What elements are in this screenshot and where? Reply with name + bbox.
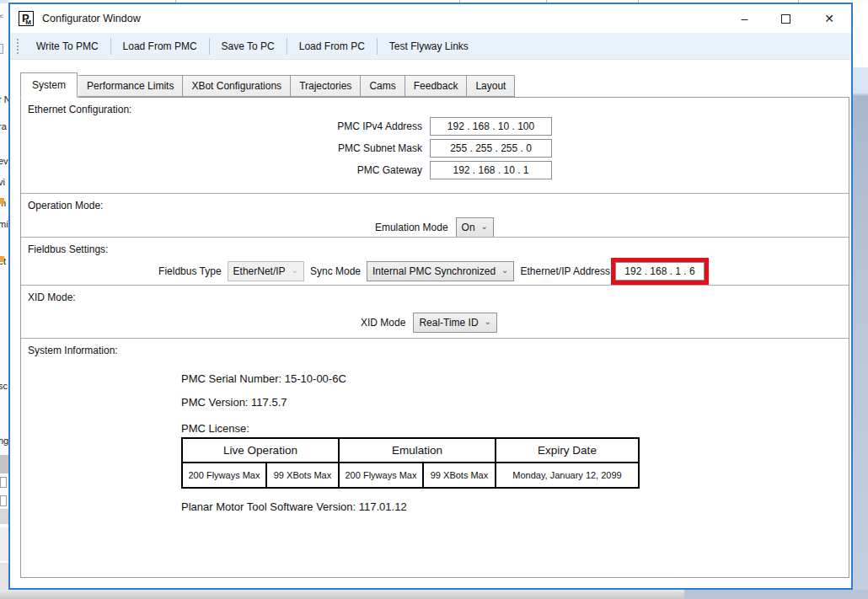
sync-mode-dropdown[interactable]: Internal PMC Synchronized ⌄ [367,261,514,281]
background-icon-fragment [0,198,4,204]
paste-icon [0,44,3,54]
pmc-ipv4-address-label: PMC IPv4 Address [337,120,422,132]
sync-mode-label: Sync Mode [310,265,361,277]
configurator-window: P M Configurator Window – ✕ Write To PMC… [8,3,853,590]
license-cell: 200 Flyways Max [339,463,423,488]
write-to-pmc-button[interactable]: Write To PMC [24,35,110,57]
fieldbus-settings-section: Fieldbus Settings: Fieldbus Type EtherNe… [21,237,849,285]
xid-mode-dropdown[interactable]: Real-Time ID ⌄ [413,313,497,333]
pmc-subnet-mask-input[interactable]: 255 . 255 . 255 . 0 [430,139,552,158]
operation-mode-section: Operation Mode: Emulation Mode On ⌄ [21,193,849,237]
tab-performance-limits[interactable]: Performance Limits [78,75,183,97]
tab-strip: System Performance Limits XBot Configura… [20,72,851,97]
sync-mode-value: Internal PMC Synchronized [372,265,496,277]
background-text-fragment: ev [0,156,8,166]
software-version: Planar Motor Tool Software Version: 117.… [181,500,849,513]
app-icon: P M [19,11,34,26]
background-left-strip: r N ra ev vi m mi et sc ng ✂ [0,3,8,590]
background-text-fragment: mi [0,219,8,229]
section-title: System Information: [28,345,849,356]
background-text-fragment: sc [0,381,8,391]
section-title: Ethernet Configuration: [28,104,849,115]
background-text-fragment: ng [0,436,8,446]
system-tab-panel: Ethernet Configuration: PMC IPv4 Address… [20,97,849,578]
background-right-strip [853,3,868,590]
titlebar: P M Configurator Window – ✕ [10,4,851,33]
chevron-down-icon: ⌄ [501,265,508,275]
pmc-gateway-label: PMC Gateway [357,164,422,176]
fieldbus-type-value: EtherNet/IP [233,265,286,277]
chevron-down-icon: ⌄ [292,265,298,275]
pmc-ipv4-address-input[interactable]: 192 . 168 . 10 . 100 [430,117,552,136]
scissors-icon: ✂ [0,10,4,23]
license-cell: 99 XBots Max [423,463,496,488]
tab-cams[interactable]: Cams [361,75,405,97]
toolbar-grip[interactable] [16,38,19,55]
tab-layout[interactable]: Layout [467,75,515,97]
maximize-button[interactable] [781,14,790,24]
emulation-mode-label: Emulation Mode [375,222,448,233]
fieldbus-type-label: Fieldbus Type [158,265,222,277]
test-flyway-links-button[interactable]: Test Flyway Links [378,35,480,57]
background-bottom-strip [0,590,684,599]
app-icon-letter-m: M [25,19,31,26]
window-title: Configurator Window [42,13,141,24]
load-from-pc-button[interactable]: Load From PC [287,35,377,57]
tab-xbot-configurations[interactable]: XBot Configurations [183,75,291,97]
minimize-button[interactable]: – [741,13,747,24]
close-button[interactable]: ✕ [824,13,834,24]
license-table: Live Operation Emulation Expiry Date 200… [181,437,640,489]
license-header-live-operation: Live Operation [182,438,339,463]
license-table-header-row: Live Operation Emulation Expiry Date [182,438,639,463]
license-cell: 200 Flyways Max [182,463,266,488]
license-header-expiry-date: Expiry Date [496,438,639,463]
emulation-mode-dropdown[interactable]: On ⌄ [456,217,494,238]
ethernet-ip-address-label: Ethernet/IP Address [520,265,610,277]
pmc-gateway-input[interactable]: 192 . 168 . 10 . 1 [430,161,552,179]
license-cell: 99 XBots Max [266,463,339,488]
background-icon-fragment [0,256,4,262]
pmc-license-label: PMC License: [181,422,849,435]
xid-mode-section: XID Mode: XID Mode Real-Time ID ⌄ [21,285,849,338]
fieldbus-type-dropdown[interactable]: EtherNet/IP ⌄ [228,261,304,281]
background-text-fragment: vi [0,177,8,187]
annotation-highlight-box: 192 . 168 . 1 . 6 [611,258,709,285]
pmc-serial-number: PMC Serial Number: 15-10-00-6C [181,372,849,385]
section-title: XID Mode: [28,291,849,303]
ethernet-ip-address-input[interactable]: 192 . 168 . 1 . 6 [615,262,705,281]
chevron-down-icon: ⌄ [481,222,488,231]
pmc-subnet-mask-label: PMC Subnet Mask [338,142,422,154]
pmc-version: PMC Version: 117.5.7 [181,396,849,409]
section-title: Operation Mode: [28,200,849,211]
xid-mode-label: XID Mode [361,317,405,329]
license-table-data-row: 200 Flyways Max 99 XBots Max 200 Flyways… [182,463,639,488]
tab-system[interactable]: System [20,72,78,98]
load-from-pmc-button[interactable]: Load From PMC [111,35,209,57]
tab-feedback[interactable]: Feedback [405,75,468,97]
background-text-fragment: ra [0,121,8,131]
section-title: Fieldbus Settings: [28,243,849,255]
tab-trajectories[interactable]: Trajectories [291,75,361,97]
ethernet-configuration-section: Ethernet Configuration: PMC IPv4 Address… [21,98,849,193]
license-cell-expiry: Monday, January 12, 2099 [496,463,639,488]
screen: r N ra ev vi m mi et sc ng ✂ P M Con [0,0,868,599]
xid-mode-value: Real-Time ID [419,317,478,329]
system-information-section: System Information: PMC Serial Number: 1… [21,338,849,578]
chevron-down-icon: ⌄ [485,317,491,326]
license-header-emulation: Emulation [339,438,496,463]
save-to-pc-button[interactable]: Save To PC [210,35,287,57]
background-bottom-strip-right [684,590,868,599]
toolbar: Write To PMC Load From PMC Save To PC Lo… [10,33,851,60]
background-text-fragment: r N [0,94,8,104]
emulation-mode-value: On [462,222,475,233]
